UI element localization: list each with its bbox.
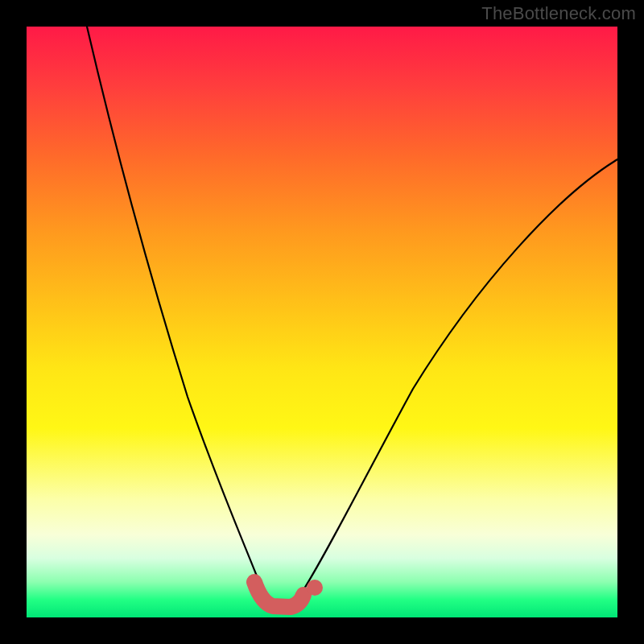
curve-right-branch: [300, 159, 617, 595]
watermark-text: TheBottleneck.com: [481, 3, 636, 24]
valley-end-dot: [307, 580, 323, 596]
plot-area: [27, 27, 617, 617]
chart-frame: TheBottleneck.com: [0, 0, 644, 644]
valley-floor: [254, 582, 303, 607]
curve-svg: [27, 27, 617, 617]
curve-left-branch: [87, 27, 262, 590]
